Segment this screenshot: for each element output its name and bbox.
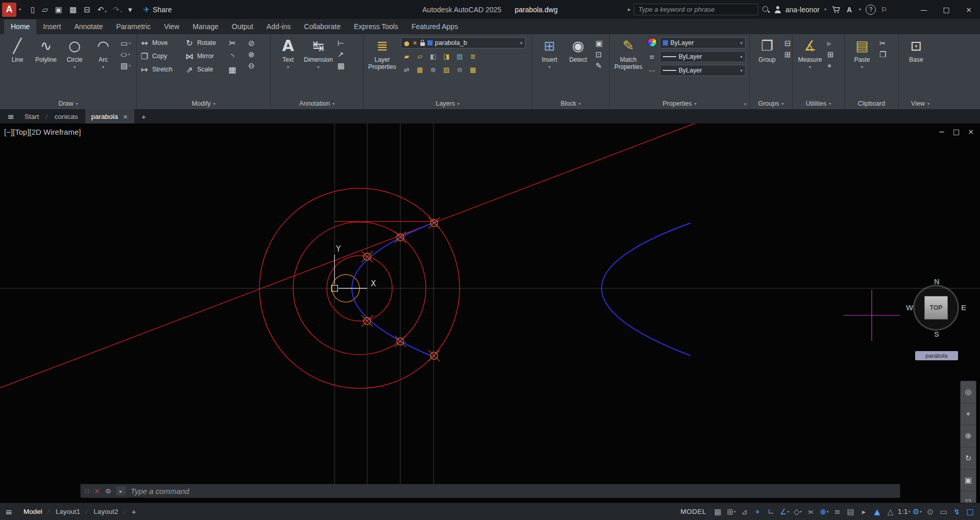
autodesk-menu-caret-icon[interactable]: ▾ <box>859 7 861 12</box>
detect-button[interactable]: ◉ Detect <box>564 36 592 69</box>
viewcube-south[interactable]: S <box>934 330 939 338</box>
command-close-icon[interactable]: × <box>94 487 100 495</box>
close-button[interactable]: × <box>958 0 980 19</box>
undo-button[interactable]: ↶▾ <box>94 5 110 15</box>
file-tabs-menu-icon[interactable]: ≡ <box>4 112 17 121</box>
lineweight-select[interactable]: ByLayer ▾ <box>660 51 746 62</box>
layer-tool-button[interactable]: ▰ <box>401 51 413 62</box>
trim-button[interactable]: ✂ <box>228 38 245 48</box>
viewport-controls[interactable]: [−][Top][2D Wireframe] <box>4 128 81 136</box>
panel-label-annotation[interactable]: Annotation▾ <box>271 98 363 109</box>
close-tab-icon[interactable]: × <box>123 113 128 120</box>
lineweight-toggle[interactable]: ≡ <box>831 505 844 519</box>
layer-tool-button[interactable]: ⇄ <box>401 64 413 75</box>
tab-parametric[interactable]: Parametric <box>109 19 157 34</box>
viewport-restore-icon[interactable]: □ <box>953 128 960 136</box>
ungroup-button[interactable]: ⊟ <box>784 39 791 47</box>
scale-button[interactable]: ⇗Scale <box>185 65 228 75</box>
leader-button[interactable]: ↗ <box>338 51 345 59</box>
match-properties-button[interactable]: ✎ Match Properties <box>613 36 644 98</box>
qat-customize-button[interactable]: ▾ <box>125 5 136 15</box>
text-button[interactable]: A Text ▾ <box>274 36 302 69</box>
redo-button[interactable]: ↷▾ <box>110 5 125 15</box>
model-tab[interactable]: Model <box>17 508 49 515</box>
quick-select-button[interactable]: ▹ <box>827 39 834 47</box>
layer-tool-button[interactable]: ◧ <box>427 51 439 62</box>
line-button[interactable]: ╱ Line <box>3 36 32 69</box>
viewport-close-icon[interactable]: × <box>968 128 974 136</box>
viewcube-north[interactable]: N <box>934 277 940 286</box>
navbar-more-icon[interactable]: ▽ <box>961 491 976 503</box>
command-line[interactable]: ∷ × ⚙ ▸ Type a command <box>80 484 900 498</box>
base-button[interactable]: ⊡ Base <box>902 36 930 69</box>
panel-label-clipboard[interactable]: Clipboard <box>845 98 898 109</box>
new-tab-button[interactable]: + <box>136 112 151 121</box>
layer-tool-button[interactable]: ▩ <box>467 64 479 75</box>
quick-calc-button[interactable]: ⊞ <box>827 51 834 59</box>
grid-toggle[interactable]: ▦ <box>711 505 725 519</box>
move-button[interactable]: ↔Move <box>140 38 185 48</box>
tab-add-ins[interactable]: Add-ins <box>260 19 297 34</box>
transparency-toggle[interactable]: ▤ <box>844 505 857 519</box>
polyline-button[interactable]: ∿ Polyline <box>32 36 60 69</box>
table-button[interactable]: ▦ <box>338 62 345 70</box>
tab-home[interactable]: Home <box>4 19 36 34</box>
stretch-button[interactable]: ↦Stretch <box>140 65 185 75</box>
isodraft-toggle[interactable]: ◇▾ <box>791 505 804 519</box>
layer-tool-button[interactable]: ▤ <box>454 51 466 62</box>
tab-view[interactable]: View <box>157 19 186 34</box>
search-icon[interactable] <box>761 5 770 14</box>
ortho-toggle[interactable]: ∟ <box>764 505 778 519</box>
tab-manage[interactable]: Manage <box>186 19 225 34</box>
app-logo[interactable]: A <box>2 3 16 17</box>
hatch-button[interactable]: ▨▾ <box>121 62 131 70</box>
steering-wheel-icon[interactable]: ◎ <box>961 381 976 403</box>
layer-tool-button[interactable]: ▦ <box>414 64 426 75</box>
layer-tool-button[interactable]: ≣ <box>467 51 479 62</box>
tab-collaborate[interactable]: Collaborate <box>297 19 347 34</box>
search-collapse-icon[interactable]: ▸ <box>628 6 631 13</box>
layer-select[interactable]: ● ☀ parabola_b ▾ <box>401 37 525 48</box>
viewport-minimize-icon[interactable]: − <box>939 128 945 136</box>
panel-label-view[interactable]: View▾ <box>899 98 942 109</box>
drawing-area[interactable]: YX [−][Top][2D Wireframe] −□× N S W E TO… <box>0 123 980 503</box>
conicas-tab[interactable]: conicas <box>50 113 83 120</box>
tab-output[interactable]: Output <box>225 19 260 34</box>
measure-button[interactable]: ∡ Measure ▾ <box>796 36 824 69</box>
showmotion-icon[interactable]: ▣ <box>961 469 976 491</box>
insert-button[interactable]: ⊞ Insert ▾ <box>535 36 564 69</box>
copy-clip-button[interactable]: ❐ <box>879 51 886 59</box>
zoom-icon[interactable]: ⊕ <box>961 425 976 447</box>
app-menu-caret-icon[interactable]: ▾ <box>19 7 21 12</box>
panel-label-layers[interactable]: Layers▾ <box>364 98 532 109</box>
dynamic-input-toggle[interactable]: ⌖ <box>751 505 764 519</box>
edit-block-button[interactable]: ⊡ <box>595 51 603 59</box>
snap-toggle[interactable]: ⊞▾ <box>725 505 738 519</box>
panel-label-groups[interactable]: Groups▾ <box>750 98 792 109</box>
annotation-visibility-toggle[interactable]: ▲ <box>871 505 884 519</box>
command-drag-handle-icon[interactable]: ∷ <box>85 487 89 495</box>
group-button[interactable]: ❐ Group <box>753 36 781 69</box>
properties-dialog-launcher-icon[interactable]: » <box>744 101 747 107</box>
polar-tracking-toggle[interactable]: ∠▾ <box>778 505 791 519</box>
viewcube[interactable]: N S W E TOP <box>907 279 965 337</box>
panel-label-utilities[interactable]: Utilities▾ <box>793 98 844 109</box>
autoscale-toggle[interactable]: △ <box>884 505 897 519</box>
help-icon[interactable]: ? <box>866 5 876 15</box>
clean-screen-toggle[interactable]: □ <box>964 505 977 519</box>
cut-button[interactable]: ✂ <box>879 39 886 47</box>
panel-label-modify[interactable]: Modify▾ <box>137 98 270 109</box>
save-as-button[interactable]: ▩ <box>66 5 81 15</box>
erase-button[interactable]: ⊘ <box>248 39 255 47</box>
save-button[interactable]: ▣ <box>52 5 66 15</box>
minimize-button[interactable]: — <box>913 0 935 19</box>
new-file-button[interactable]: ▯ <box>28 5 39 15</box>
add-layout-button[interactable]: + <box>126 507 142 516</box>
open-file-button[interactable]: ▱ <box>39 5 52 15</box>
parabola-tab[interactable]: parabola × <box>85 109 134 123</box>
command-customize-icon[interactable]: ⚙ <box>105 487 111 495</box>
id-point-button[interactable]: ⌖ <box>827 62 834 70</box>
explode-button[interactable]: ⊗ <box>248 51 255 59</box>
start-tab[interactable]: Start <box>19 113 44 120</box>
layer-tool-button[interactable]: ⊕ <box>427 64 439 75</box>
